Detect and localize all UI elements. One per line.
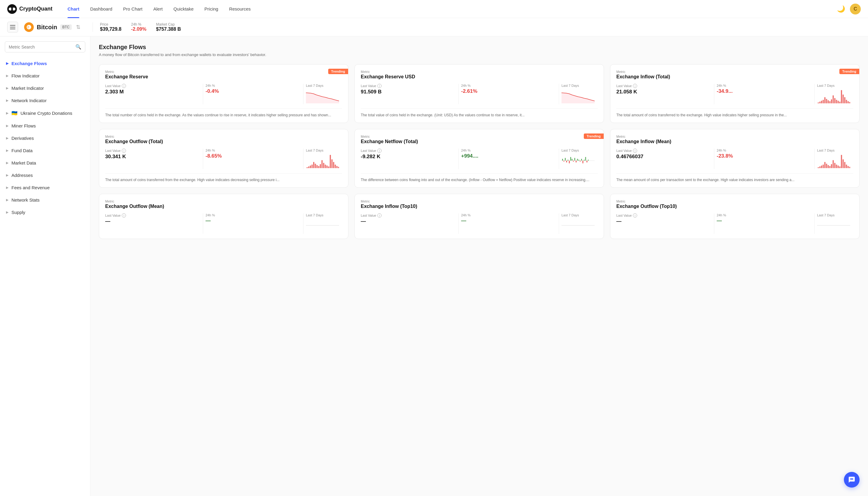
metric-stats: Last Value i — 24h % — Last 7 Days <box>616 213 853 234</box>
svg-rect-16 <box>830 101 831 103</box>
metric-card-2[interactable]: Trending Metric Exchange Inflow (Total) … <box>610 64 859 123</box>
metric-card-8[interactable]: Metric Exchange Outflow (Top10) Last Val… <box>610 194 859 239</box>
sidebar-item-network-indicator[interactable]: ▶ Network Indicator <box>0 94 90 107</box>
svg-rect-76 <box>827 165 829 168</box>
sidebar-item-addresses[interactable]: ▶ Addresses <box>0 169 90 182</box>
last-value-stat: Last Value i — <box>616 213 712 224</box>
chat-icon <box>848 476 855 483</box>
sidebar-label-market-indicator: Market Indicator <box>12 86 44 91</box>
metric-search-box[interactable]: 🔍 <box>5 41 85 52</box>
sidebar-item-market-data[interactable]: ▶ Market Data <box>0 157 90 169</box>
metric-desc: The total number of coins held in the ex… <box>105 108 342 118</box>
nav-chart[interactable]: Chart <box>62 0 85 18</box>
chevron-right-icon: ▶ <box>6 74 9 78</box>
metric-card-4[interactable]: Trending Metric Exchange Netflow (Total)… <box>354 129 604 188</box>
sidebar-item-fees-revenue[interactable]: ▶ Fees and Revenue <box>0 182 90 194</box>
svg-marker-7 <box>306 93 339 103</box>
metric-search-input[interactable] <box>9 45 73 49</box>
svg-rect-37 <box>320 164 321 168</box>
sidebar-label-network-indicator: Network Indicator <box>12 98 47 103</box>
info-icon[interactable]: i <box>377 149 382 153</box>
metric-card-6[interactable]: Metric Exchange Outflow (Mean) Last Valu… <box>99 194 348 239</box>
chart-area: Last 7 Days <box>817 149 853 169</box>
sidebar-label-market-data: Market Data <box>12 160 36 166</box>
svg-rect-83 <box>839 166 840 168</box>
metric-desc: The total value of coins held in the exc… <box>361 108 598 118</box>
divider <box>303 84 304 104</box>
info-icon[interactable]: i <box>122 213 126 218</box>
change-value: -2.61% <box>461 88 556 94</box>
info-icon[interactable]: i <box>633 149 637 153</box>
change-value: -0.4% <box>205 88 301 94</box>
nav-pricing[interactable]: Pricing <box>199 0 223 18</box>
nav-dashboard[interactable]: Dashboard <box>85 0 118 18</box>
change-label: 24h % <box>131 22 146 27</box>
logo[interactable]: CryptoQuant <box>7 4 52 14</box>
sidebar-toggle-button[interactable] <box>7 22 18 33</box>
metric-name: Exchange Inflow (Mean) <box>616 139 853 144</box>
metric-label: Metric <box>616 70 853 74</box>
svg-rect-32 <box>312 165 313 168</box>
svg-rect-39 <box>323 163 324 168</box>
nav-pro-chart[interactable]: Pro Chart <box>118 0 148 18</box>
change-label: 24h % <box>205 84 301 88</box>
svg-rect-87 <box>846 165 847 168</box>
chart-area: Last 7 Days <box>306 149 342 169</box>
sidebar-item-network-stats[interactable]: ▶ Network Stats <box>0 194 90 206</box>
change-stat: 24h % -23.8% <box>717 149 812 159</box>
change-stat: 24h % -8.65% <box>205 149 301 159</box>
metric-label: Metric <box>105 135 342 138</box>
change-value: — <box>717 218 812 224</box>
info-icon[interactable]: i <box>377 213 382 218</box>
chevron-right-icon: ▶ <box>6 98 9 103</box>
last-value-label: Last Value i <box>361 149 456 153</box>
svg-marker-8 <box>561 93 595 103</box>
mcap-label: Market Cap <box>156 22 181 27</box>
svg-rect-53 <box>566 160 567 162</box>
nav-quicktake[interactable]: Quicktake <box>168 0 199 18</box>
sidebar-item-exchange-flows[interactable]: ▶ Exchange Flows <box>0 57 90 69</box>
divider <box>714 149 714 169</box>
svg-rect-41 <box>326 166 328 168</box>
metric-card-5[interactable]: Metric Exchange Inflow (Mean) Last Value… <box>610 129 859 188</box>
sidebar-item-ukraine[interactable]: ▶ 🇺🇦 Ukraine Crypto Donations <box>0 107 90 120</box>
info-icon[interactable]: i <box>633 213 637 218</box>
sidebar-label-addresses: Addresses <box>12 173 33 178</box>
metric-card-0[interactable]: Trending Metric Exchange Reserve Last Va… <box>99 64 348 123</box>
main-layout: 🔍 ▶ Exchange Flows ▶ Flow Indicator ▶ Ma… <box>0 36 868 496</box>
user-avatar[interactable]: C <box>850 4 861 14</box>
sidebar-item-derivatives[interactable]: ▶ Derivatives <box>0 132 90 144</box>
metric-card-3[interactable]: Metric Exchange Outflow (Total) Last Val… <box>99 129 348 188</box>
last-value: 2.303 M <box>105 89 200 95</box>
metric-card-1[interactable]: Metric Exchange Reserve USD Last Value i… <box>354 64 604 123</box>
metric-card-7[interactable]: Metric Exchange Inflow (Top10) Last Valu… <box>354 194 604 239</box>
change-value: — <box>205 218 301 224</box>
svg-rect-4 <box>10 25 15 26</box>
metric-label: Metric <box>616 135 853 138</box>
svg-rect-68 <box>587 160 587 162</box>
svg-rect-24 <box>843 95 844 103</box>
nav-alert[interactable]: Alert <box>148 0 168 18</box>
chat-fab-button[interactable] <box>844 472 859 487</box>
info-icon[interactable]: i <box>633 84 637 88</box>
info-icon[interactable]: i <box>377 84 382 88</box>
swap-icon[interactable]: ⇅ <box>76 24 80 30</box>
change-value: +994.... <box>461 153 556 159</box>
sidebar-label-fees-revenue: Fees and Revenue <box>12 185 50 190</box>
svg-rect-21 <box>838 100 839 103</box>
sidebar-item-fund-data[interactable]: ▶ Fund Data <box>0 144 90 157</box>
chart-label: Last 7 Days <box>817 149 853 152</box>
metric-stats: Last Value i 30.341 K 24h % -8.65% Last … <box>105 149 342 169</box>
divider <box>303 213 304 234</box>
sidebar-item-flow-indicator[interactable]: ▶ Flow Indicator <box>0 69 90 82</box>
sidebar-item-miner-flows[interactable]: ▶ Miner Flows <box>0 120 90 132</box>
sidebar-item-market-indicator[interactable]: ▶ Market Indicator <box>0 82 90 94</box>
metric-stats: Last Value i -9.282 K 24h % +994.... Las… <box>361 149 598 169</box>
theme-toggle-icon[interactable]: 🌙 <box>837 5 845 13</box>
info-icon[interactable]: i <box>122 149 126 153</box>
svg-rect-69 <box>588 160 589 160</box>
svg-rect-20 <box>836 100 837 103</box>
sidebar-item-supply[interactable]: ▶ Supply <box>0 206 90 218</box>
info-icon[interactable]: i <box>122 84 126 88</box>
nav-resources[interactable]: Resources <box>223 0 256 18</box>
